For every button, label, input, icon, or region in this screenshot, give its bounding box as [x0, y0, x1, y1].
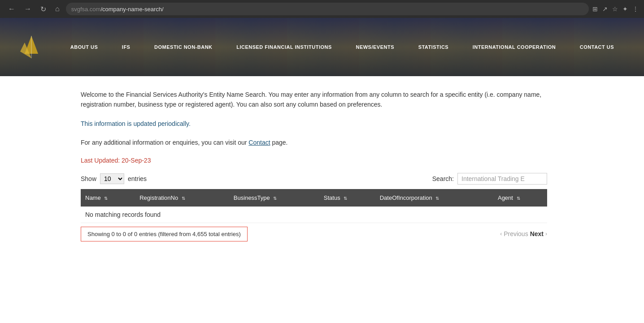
- forward-button[interactable]: →: [22, 3, 34, 15]
- col-agent[interactable]: Agent ⇅: [493, 189, 547, 207]
- contact-suffix: page.: [270, 139, 288, 146]
- col-status[interactable]: Status ⇅: [319, 189, 375, 207]
- sort-arrows-date: ⇅: [435, 196, 439, 201]
- logo[interactable]: [18, 34, 45, 60]
- back-button[interactable]: ←: [5, 3, 18, 15]
- star-icon[interactable]: ☆: [612, 5, 618, 13]
- previous-button[interactable]: Previous: [504, 230, 528, 237]
- table-header: Name ⇅ RegistrationNo ⇅ BusinessType ⇅ S…: [81, 189, 547, 207]
- search-label: Search:: [432, 175, 454, 182]
- pagination-area: Showing 0 to 0 of 0 entries (filtered fr…: [81, 227, 547, 241]
- share-icon[interactable]: ↗: [602, 5, 608, 13]
- url-path: /company-name-search/: [100, 6, 163, 13]
- data-table: Name ⇅ RegistrationNo ⇅ BusinessType ⇅ S…: [81, 189, 547, 223]
- extensions-icon[interactable]: ✦: [622, 5, 628, 13]
- home-button[interactable]: ⌂: [52, 3, 62, 15]
- contact-notice: For any additional information or enquir…: [81, 138, 547, 147]
- nav-item-news[interactable]: NEWS/EVENTS: [352, 43, 398, 52]
- refresh-button[interactable]: ↻: [38, 3, 49, 15]
- next-chevron: ›: [545, 231, 547, 237]
- contact-prefix: For any additional information or enquir…: [81, 139, 248, 146]
- pagination-nav: ‹ Previous Next ›: [500, 230, 547, 237]
- table-body: No matching records found: [81, 207, 547, 223]
- nav-item-ifs[interactable]: IFS: [118, 43, 134, 52]
- sort-arrows-name: ⇅: [104, 196, 108, 201]
- col-registration[interactable]: RegistrationNo ⇅: [135, 189, 229, 207]
- show-entries-control: Show 10 25 50 100 entries: [81, 173, 147, 184]
- intro-text: Welcome to the Financial Services Author…: [81, 90, 547, 110]
- main-content: Welcome to the Financial Services Author…: [0, 76, 628, 255]
- nav-item-licensed[interactable]: LICENSED FINANCIAL INSTITUTIONS: [233, 43, 335, 52]
- address-bar[interactable]: svgfsa.com/company-name-search/: [66, 3, 589, 15]
- browser-toolbar-icons: ⊞ ↗ ☆ ✦ ⋮: [592, 5, 639, 13]
- nav-item-contact[interactable]: CONTACT US: [576, 43, 618, 52]
- menu-icon[interactable]: ⋮: [632, 5, 639, 13]
- entries-per-page-select[interactable]: 10 25 50 100: [100, 173, 124, 184]
- site-header: ABOUT US IFS DOMESTIC NON-BANK LICENSED …: [0, 18, 644, 76]
- show-label: Show: [81, 175, 96, 182]
- table-controls: Show 10 25 50 100 entries Search:: [81, 173, 547, 185]
- entries-info: Showing 0 to 0 of 0 entries (filtered fr…: [81, 227, 248, 241]
- url-base: svgfsa.com: [71, 6, 101, 13]
- col-businesstype[interactable]: BusinessType ⇅: [229, 189, 319, 207]
- nav-item-about[interactable]: ABOUT US: [67, 43, 101, 52]
- browser-chrome: ← → ↻ ⌂ svgfsa.com/company-name-search/ …: [0, 0, 644, 18]
- search-area: Search:: [432, 173, 547, 185]
- entries-label: entries: [128, 175, 147, 182]
- last-updated-date: 20-Sep-23: [120, 157, 151, 164]
- contact-link[interactable]: Contact: [248, 139, 270, 146]
- table-row-no-records: No matching records found: [81, 207, 547, 223]
- sort-arrows-status: ⇅: [344, 196, 347, 201]
- last-updated: Last Updated: 20-Sep-23: [81, 157, 547, 164]
- search-input[interactable]: [457, 173, 547, 185]
- no-records-text: No matching records found: [81, 207, 547, 223]
- nav-item-statistics[interactable]: STATISTICS: [415, 43, 453, 52]
- sort-arrows-agent: ⇅: [517, 196, 520, 201]
- last-updated-label: Last Updated:: [81, 157, 120, 164]
- nav-item-international[interactable]: INTERNATIONAL COOPERATION: [469, 43, 559, 52]
- nav-item-domestic[interactable]: DOMESTIC NON-BANK: [151, 43, 216, 52]
- update-notice: This information is updated periodically…: [81, 119, 547, 129]
- col-dateofincorporation[interactable]: DateOfIncorporation ⇅: [375, 189, 493, 207]
- sort-arrows-reg: ⇅: [182, 196, 185, 201]
- logo-icon: [18, 34, 45, 60]
- prev-chevron: ‹: [500, 231, 502, 237]
- next-button[interactable]: Next: [530, 230, 544, 237]
- nav-menu: ABOUT US IFS DOMESTIC NON-BANK LICENSED …: [58, 43, 626, 52]
- col-name[interactable]: Name ⇅: [81, 189, 135, 207]
- screen-icon[interactable]: ⊞: [592, 5, 598, 13]
- sort-arrows-biz: ⇅: [273, 196, 277, 201]
